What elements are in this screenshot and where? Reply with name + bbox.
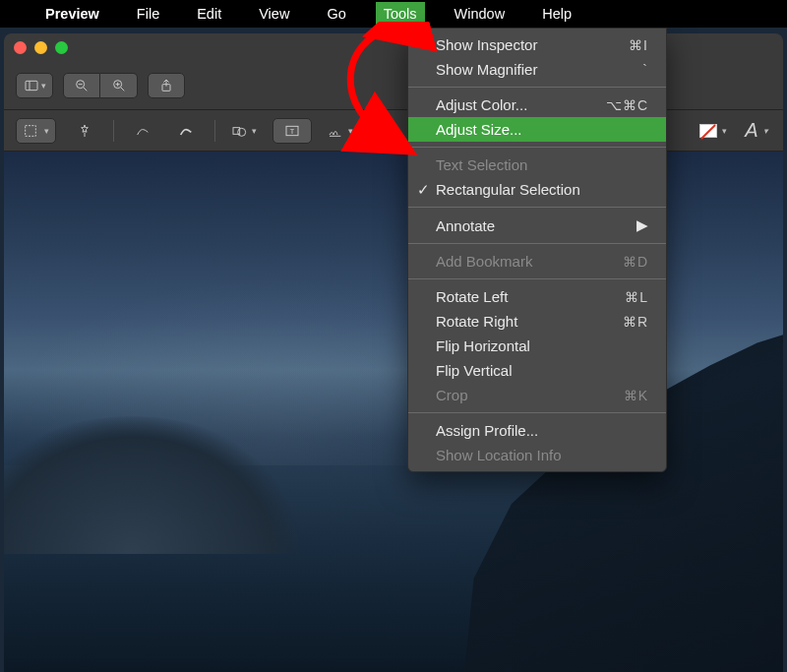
menu-window[interactable]: Window <box>447 2 514 26</box>
menu-item-show-location-info: Show Location Info <box>408 443 666 467</box>
app-menu-preview[interactable]: Preview <box>37 2 107 26</box>
menu-item-text-selection: Text Selection <box>408 153 666 177</box>
menu-separator <box>408 87 666 88</box>
menu-item-adjust-color[interactable]: Adjust Color...⌥⌘C <box>408 92 666 117</box>
landscape-island-left <box>4 416 299 554</box>
chevron-down-icon: ▾ <box>44 126 49 136</box>
svg-rect-11 <box>26 125 36 136</box>
text-style-button[interactable]: A ▾ <box>742 118 771 144</box>
svg-point-14 <box>238 128 246 136</box>
toolbar-divider <box>214 120 215 142</box>
menu-tools[interactable]: Tools <box>376 2 425 26</box>
macos-menubar: Preview File Edit View Go Tools Window H… <box>0 0 787 28</box>
menu-separator <box>408 207 666 208</box>
checkmark-icon: ✓ <box>417 181 430 199</box>
menu-separator <box>408 412 666 413</box>
menu-separator <box>408 147 666 148</box>
menu-item-flip-horizontal[interactable]: Flip Horizontal <box>408 334 666 358</box>
menu-help[interactable]: Help <box>534 2 579 26</box>
menu-separator <box>408 243 666 244</box>
instant-alpha-button[interactable] <box>70 118 99 144</box>
menu-item-add-bookmark: Add Bookmark⌘D <box>408 249 666 274</box>
menu-item-show-magnifier[interactable]: Show Magnifier` <box>408 57 666 82</box>
menu-item-show-inspector[interactable]: Show Inspector⌘I <box>408 32 666 57</box>
menu-item-crop: Crop⌘K <box>408 383 666 407</box>
share-button[interactable] <box>148 73 185 98</box>
menu-separator <box>408 278 666 279</box>
draw-button[interactable] <box>171 118 201 144</box>
submenu-arrow-icon: ▶ <box>636 216 648 234</box>
chevron-down-icon: ▾ <box>722 126 727 136</box>
svg-line-3 <box>84 88 87 91</box>
font-style-label: A <box>745 119 757 142</box>
zoom-segment <box>63 73 138 98</box>
menu-item-rectangular-selection[interactable]: ✓Rectangular Selection <box>408 177 666 202</box>
fill-color-button[interactable]: ▾ <box>698 118 728 144</box>
zoom-in-button[interactable] <box>100 73 138 98</box>
zoom-out-button[interactable] <box>63 73 100 98</box>
menu-item-rotate-right[interactable]: Rotate Right⌘R <box>408 309 666 334</box>
menu-item-adjust-size[interactable]: Adjust Size... <box>408 117 666 142</box>
svg-rect-13 <box>233 127 240 134</box>
tools-menu-dropdown: Show Inspector⌘I Show Magnifier` Adjust … <box>407 28 667 472</box>
chevron-down-icon: ▾ <box>763 126 768 136</box>
menu-file[interactable]: File <box>129 2 167 26</box>
sketch-button[interactable] <box>128 118 157 144</box>
menu-item-rotate-left[interactable]: Rotate Left⌘L <box>408 284 666 309</box>
menu-item-annotate[interactable]: Annotate▶ <box>408 213 666 238</box>
close-traffic-light[interactable] <box>14 41 27 54</box>
menu-edit[interactable]: Edit <box>189 2 229 26</box>
menu-item-flip-vertical[interactable]: Flip Vertical <box>408 358 666 383</box>
selection-tool-button[interactable]: ▾ <box>16 118 56 144</box>
menu-item-assign-profile[interactable]: Assign Profile... <box>408 418 666 443</box>
chevron-down-icon: ▾ <box>41 81 46 91</box>
sign-button[interactable]: ▾ <box>326 118 355 144</box>
minimize-traffic-light[interactable] <box>34 41 47 54</box>
menu-go[interactable]: Go <box>319 2 353 26</box>
menu-view[interactable]: View <box>251 2 297 26</box>
svg-rect-0 <box>26 81 37 90</box>
chevron-down-icon: ▾ <box>252 126 257 136</box>
no-fill-swatch-icon <box>699 124 717 138</box>
shapes-button[interactable]: ▾ <box>229 118 259 144</box>
svg-text:T: T <box>290 126 295 135</box>
toolbar-divider <box>113 120 114 142</box>
sidebar-view-button[interactable]: ▾ <box>16 73 53 98</box>
svg-line-6 <box>121 88 124 91</box>
text-tool-button[interactable]: T <box>272 118 312 144</box>
zoom-traffic-light[interactable] <box>55 41 68 54</box>
chevron-down-icon: ▾ <box>348 126 353 136</box>
